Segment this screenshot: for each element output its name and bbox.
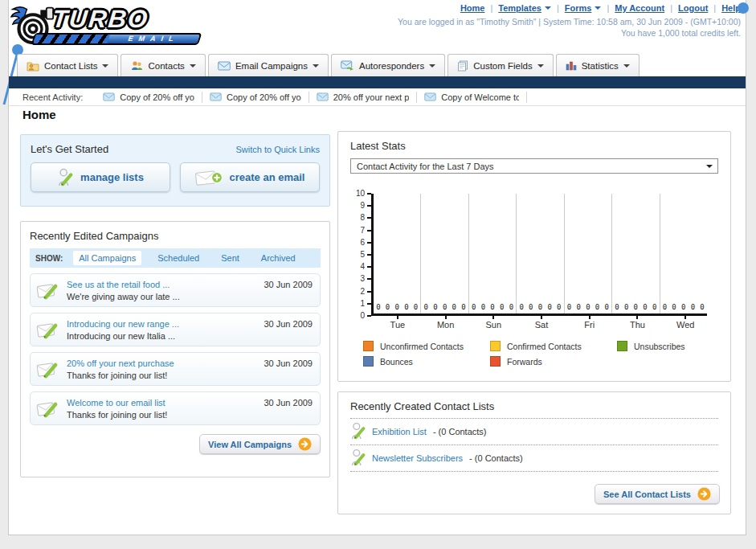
contact-lists-folder-icon	[27, 60, 39, 72]
x-axis-cell: Sat	[517, 316, 566, 330]
get-started-panel: Let's Get Started Switch to Quick Links …	[20, 134, 330, 207]
tab-contact-lists[interactable]: Contact Lists	[17, 54, 118, 76]
campaigns-panel: Recently Edited Campaigns SHOW: All Camp…	[20, 221, 330, 477]
button-label: manage lists	[80, 171, 144, 183]
chart-category-group: 00000	[374, 194, 421, 313]
filter-sent[interactable]: Sent	[215, 251, 245, 265]
tab-label: Contact Lists	[44, 61, 97, 71]
chevron-down-icon	[102, 64, 108, 68]
top-link-home[interactable]: Home	[460, 3, 485, 13]
tab-contacts[interactable]: Contacts	[121, 54, 205, 76]
tab-autoresponders[interactable]: Autoresponders	[331, 54, 445, 76]
bar-value-label: 0	[490, 303, 494, 311]
top-nav-links: Home| Templates| Forms| My Account| Logo…	[460, 3, 741, 13]
bar-value-label: 0	[700, 303, 704, 311]
tab-email-campaigns[interactable]: Email Campaigns	[208, 54, 329, 76]
y-tick-label: 4	[360, 262, 365, 271]
view-all-campaigns-button[interactable]: View All Campaigns	[199, 434, 321, 454]
bar-value-label: 0	[652, 303, 656, 311]
campaign-link[interactable]: See us at the retail food ...	[67, 280, 170, 289]
top-link-my-account[interactable]: My Account	[615, 3, 664, 13]
filter-all-campaigns[interactable]: All Campaigns	[73, 251, 141, 265]
separator: |	[557, 3, 559, 13]
top-link-forms[interactable]: Forms	[565, 3, 602, 13]
contact-list-count: - (0 Contacts)	[433, 427, 487, 436]
manage-lists-button[interactable]: manage lists	[31, 162, 170, 192]
recent-activity-item[interactable]: 20% off your next p	[309, 92, 418, 103]
tab-label: Email Campaigns	[235, 61, 308, 71]
bar-value-label: 0	[576, 303, 580, 311]
contacts-people-icon	[130, 60, 143, 72]
campaign-row[interactable]: Welcome to our email list Thanks for joi…	[30, 391, 321, 425]
button-label: See All Contact Lists	[603, 490, 691, 499]
recent-activity-item[interactable]: Copy of 20% off yo	[202, 92, 309, 103]
legend-item: Bounces	[363, 356, 490, 367]
recent-activity-item[interactable]: Copy of 20% off yo	[96, 92, 202, 103]
bar-value-label: 0	[605, 303, 609, 311]
campaign-link[interactable]: Welcome to our email list	[67, 398, 166, 408]
legend-item: Forwards	[490, 356, 617, 367]
create-email-button[interactable]: create an email	[180, 162, 320, 192]
top-link-logout[interactable]: Logout	[678, 3, 708, 13]
contact-list-row[interactable]: Exhibition List - (0 Contacts)	[350, 419, 718, 445]
campaign-date: 30 Jun 2009	[264, 395, 313, 408]
bar-value-label: 0	[481, 303, 485, 311]
bar-value-label: 0	[634, 303, 638, 311]
button-label: create an email	[230, 171, 305, 183]
bar-value-label: 0	[567, 303, 571, 311]
contact-lists-panel: Recently Created Contact Lists Exhibitio…	[337, 391, 731, 514]
chevron-down-icon	[537, 64, 544, 68]
x-tick-label: Wed	[661, 320, 709, 330]
campaign-link[interactable]: 20% off your next purchase	[67, 358, 174, 368]
switch-quick-links-link[interactable]: Switch to Quick Links	[235, 145, 320, 154]
bar-chart-icon	[566, 60, 577, 71]
y-tick-label: 10	[356, 189, 365, 198]
campaigns-title: Recently Edited Campaigns	[30, 230, 321, 242]
page-title: Home	[22, 108, 56, 121]
campaign-row[interactable]: See us at the retail food ... We're givi…	[30, 273, 321, 307]
campaign-row[interactable]: Introducing our new range ... Introducin…	[30, 313, 321, 346]
chevron-down-icon	[545, 6, 551, 10]
x-tick-label: Thu	[614, 320, 662, 330]
legend-item: Confirmed Contacts	[490, 341, 617, 351]
bar-value-label: 0	[538, 303, 542, 311]
contact-list-link[interactable]: Newsletter Subscribers	[372, 453, 463, 463]
bar-value-label: 0	[414, 303, 418, 311]
filter-scheduled[interactable]: Scheduled	[152, 251, 205, 265]
y-tick-label: 3	[360, 274, 365, 283]
tab-statistics[interactable]: Statistics	[556, 54, 640, 76]
bar-value-label: 0	[386, 303, 390, 311]
x-tick-label: Sun	[469, 320, 517, 330]
x-tick-mark	[684, 316, 686, 319]
legend-label: Bounces	[380, 357, 413, 367]
chevron-down-icon	[429, 64, 435, 68]
recent-activity-item[interactable]: Copy of Welcome to	[417, 92, 527, 103]
contact-list-link[interactable]: Exhibition List	[372, 427, 427, 436]
bar-value-label: 0	[500, 303, 504, 311]
bar-value-label: 0	[376, 303, 380, 311]
bar-value-label: 0	[529, 303, 533, 311]
logo-email-text: EMAIL	[107, 35, 200, 43]
legend-item: Unconfirmed Contacts	[363, 341, 490, 351]
person-pencil-icon	[350, 449, 366, 467]
x-tick-mark	[397, 316, 398, 319]
envelope-icon	[218, 61, 231, 71]
campaign-row[interactable]: 20% off your next purchase Thanks for jo…	[30, 352, 321, 386]
see-all-contact-lists-button[interactable]: See All Contact Lists	[595, 484, 720, 504]
y-tick-label: 0	[360, 311, 365, 320]
chart-category-group: 00000	[517, 194, 564, 313]
filter-archived[interactable]: Archived	[255, 251, 301, 265]
top-link-templates[interactable]: Templates	[498, 3, 551, 13]
stats-dropdown[interactable]: Contact Activity for the Last 7 Days	[350, 158, 718, 174]
chart-category-group: 00000	[612, 194, 660, 313]
x-axis-cell: Mon	[422, 316, 470, 330]
x-axis-cell: Fri	[566, 316, 614, 330]
contact-list-row[interactable]: Newsletter Subscribers - (0 Contacts)	[350, 445, 718, 472]
tab-custom-fields[interactable]: Custom Fields	[447, 54, 554, 76]
campaign-link[interactable]: Introducing our new range ...	[67, 319, 179, 329]
bar-value-label: 0	[547, 303, 551, 311]
login-status-text: You are logged in as "Timothy Smith" | S…	[398, 17, 741, 27]
envelope-icon	[317, 92, 329, 101]
legend-label: Forwards	[507, 357, 542, 367]
button-label: View All Campaigns	[208, 440, 292, 449]
